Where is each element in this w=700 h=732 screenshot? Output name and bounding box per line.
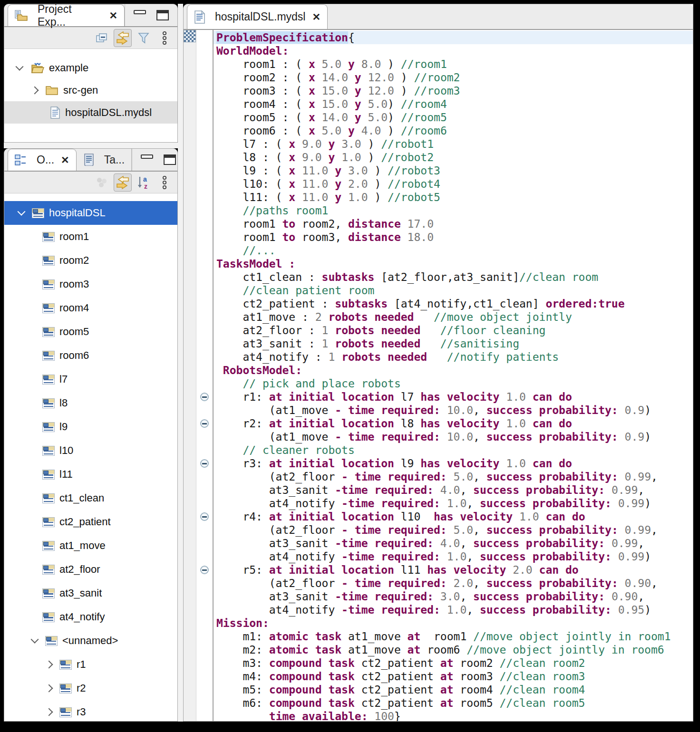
maximize-icon[interactable] [164,154,176,165]
tree-row-at2-floor[interactable]: at2_floor [4,558,177,581]
code-line[interactable]: room5 : ( x 14.0 y 5.0) //room5 [214,111,693,124]
code-line[interactable]: at4_notify -time required: 1.0, success … [214,550,693,563]
tree-row-room6[interactable]: room6 [4,344,177,367]
horizontal-sash[interactable] [4,143,178,148]
code-line[interactable]: room6 : ( x 5.0 y 4.0 ) //room6 [214,124,693,137]
code-line[interactable]: time available: 100} [214,710,693,721]
minimize-icon[interactable] [141,154,153,159]
tab-outline[interactable]: O... ✕ [8,149,77,171]
tree-row-room5[interactable]: room5 [4,320,177,344]
tree-row-l8[interactable]: l8 [4,391,177,415]
tab-project-explorer[interactable]: Project Exp... ✕ [8,4,125,26]
tree-row-at3-sanit[interactable]: at3_sanit [4,581,177,605]
code-line[interactable]: r5: at initial location l11 has velocity… [214,563,693,577]
focus-button[interactable] [93,173,111,192]
code-line[interactable]: l9 : ( x 11.0 y 3.0 ) //robot3 [214,164,693,177]
tree-row-l7[interactable]: l7 [4,367,177,391]
fold-collapse-icon[interactable] [200,566,209,574]
code-line[interactable]: room3 : ( x 15.0 y 12.0 ) //room3 [214,84,693,97]
code-line[interactable]: (at2_floor - time required: 5.0, success… [214,470,693,483]
code-line[interactable]: m2: atomic task at1_move at room6 //move… [214,643,693,656]
code-line[interactable]: (at1_move - time required: 10.0, success… [214,430,693,443]
code-line[interactable]: at4_notify -time required: 1.0, success … [214,603,693,616]
code-line[interactable]: m5: compound task ct2_patient at room4 /… [214,683,693,696]
close-icon[interactable]: ✕ [109,10,117,21]
minimize-icon[interactable] [134,10,146,14]
code-line[interactable]: TasksModel : [214,257,693,270]
chevron-right-icon[interactable] [45,684,53,693]
tree-row-l9[interactable]: l9 [4,415,177,439]
tree-row-ct1-clean[interactable]: ct1_clean [4,486,177,510]
code-line[interactable]: m6: compound task ct2_patient at room5 /… [214,696,693,710]
code-area[interactable]: ProblemSpecification{WorldModel: room1 :… [214,30,693,721]
code-line[interactable]: l11: ( x 11.0 y 1.0 ) //robot5 [214,191,693,204]
tree-row-r1[interactable]: r1 [4,653,177,676]
tree-row-at4-notify[interactable]: at4_notify [4,605,177,629]
code-line[interactable]: room2 : ( x 14.0 y 12.0 ) //room2 [214,71,693,84]
code-line[interactable]: (at2_floor - time required: 5.0, success… [214,523,693,537]
code-line[interactable]: at3_sanit : 1 robots needed //sanitising [214,337,693,350]
code-line[interactable]: l7 : ( x 9.0 y 3.0 ) //robot1 [214,137,693,151]
code-line[interactable]: (at2_floor - time required: 2.0, success… [214,577,693,590]
code-line[interactable]: RobotsModel: [214,364,693,377]
fold-collapse-icon[interactable] [200,512,209,521]
sort-button[interactable]: a z [135,173,153,192]
code-line[interactable]: WorldModel: [214,44,693,58]
collapse-all-button[interactable] [93,29,111,47]
tree-row-l11[interactable]: l11 [4,462,177,486]
close-icon[interactable]: ✕ [312,11,321,23]
filter-button[interactable] [135,29,153,47]
code-line[interactable]: at4_notify : 1 robots needed //notify pa… [214,350,693,364]
code-line[interactable]: //... [214,244,693,257]
code-line[interactable]: // pick and place robots [214,377,693,390]
code-line[interactable]: room1 to room3, distance 18.0 [214,231,693,244]
tree-row-room1[interactable]: room1 [4,225,177,249]
code-line[interactable]: Mission: [214,616,693,630]
chevron-down-icon[interactable] [16,62,24,70]
link-with-editor-button[interactable] [114,29,132,47]
code-line[interactable]: m1: atomic task at1_move at room1 //move… [214,630,693,643]
code-line[interactable]: r1: at initial location l7 has velocity … [214,390,693,404]
close-icon[interactable]: ✕ [61,154,69,166]
code-line[interactable]: at3_sanit -time required: 3.0, success p… [214,590,693,603]
tree-row-r3[interactable]: r3 [4,700,177,722]
link-with-editor-button[interactable] [114,173,132,192]
code-line[interactable]: at1_move : 2 robots needed //move object… [214,310,693,324]
tree-row-example[interactable]: example [4,57,177,79]
code-line[interactable]: r4: at initial location l10 has velocity… [214,510,693,523]
code-line[interactable]: ProblemSpecification{ [214,31,693,44]
code-line[interactable]: l8 : ( x 9.0 y 1.0 ) //robot2 [214,151,693,164]
code-line[interactable]: //clean patient room [214,284,693,297]
code-line[interactable]: r2: at initial location l8 has velocity … [214,417,693,430]
tree-row-l10[interactable]: l10 [4,439,177,462]
code-line[interactable]: at2_floor : 1 robots needed //floor clea… [214,324,693,337]
code-line[interactable]: //paths room1 [214,204,693,217]
code-line[interactable]: ct2_patient : subtasks [at4_notify,ct1_c… [214,297,693,310]
tree-row-hospitaldsl-mydsl[interactable]: hospitalDSL.mydsl [4,101,177,124]
code-line[interactable]: at3_sanit -time required: 4.0, success p… [214,537,693,550]
view-menu-button[interactable] [156,29,174,47]
tree-row-ct2-patient[interactable]: ct2_patient [4,510,177,534]
tree-row-r2[interactable]: r2 [4,676,177,700]
view-menu-button[interactable] [156,173,174,192]
code-line[interactable]: room4 : ( x 15.0 y 5.0) //room4 [214,97,693,111]
tab-task-list[interactable]: Ta... [77,149,132,171]
tree-row--unnamed-[interactable]: <unnamed> [4,629,177,653]
code-line[interactable]: ct1_clean : subtasks [at2_floor,at3_sani… [214,270,693,284]
tree-row-hospitaldsl[interactable]: hospitalDSL [4,201,177,225]
vertical-sash[interactable] [178,4,183,722]
tree-row-at1-move[interactable]: at1_move [4,534,177,558]
code-line[interactable]: (at1_move - time required: 10.0, success… [214,404,693,417]
tab-editor-file[interactable]: hospitalDSL.mydsl ✕ [187,4,328,29]
chevron-down-icon[interactable] [31,636,39,644]
chevron-right-icon[interactable] [45,708,53,716]
fold-collapse-icon[interactable] [200,419,209,428]
tree-row-src-gen[interactable]: src-gen [4,79,177,101]
code-line[interactable]: r3: at initial location l9 has velocity … [214,457,693,470]
code-line[interactable]: m4: compound task ct2_patient at room3 /… [214,670,693,683]
chevron-right-icon[interactable] [31,86,39,94]
tree-row-room4[interactable]: room4 [4,296,177,320]
fold-collapse-icon[interactable] [200,459,209,468]
code-line[interactable]: // cleaner robots [214,443,693,457]
tree-row-room2[interactable]: room2 [4,249,177,272]
